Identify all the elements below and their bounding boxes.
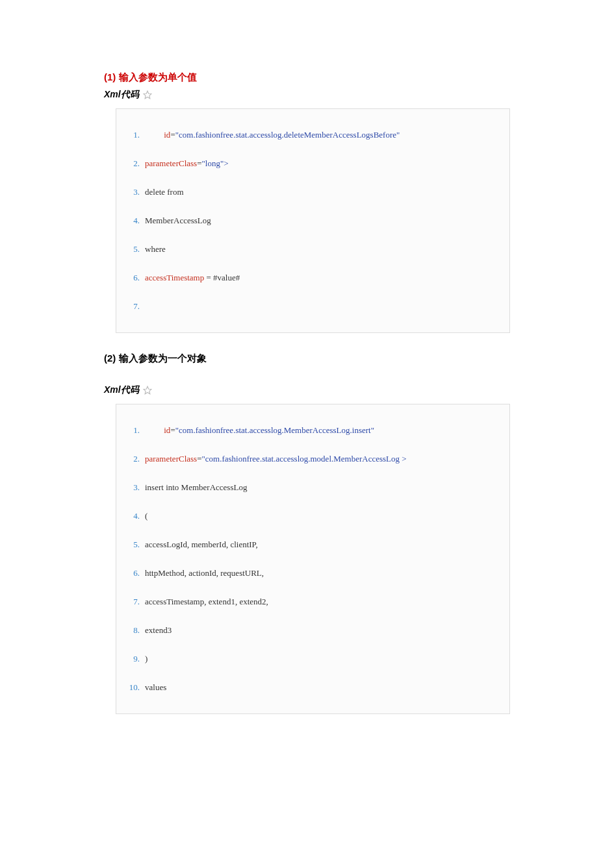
code-content: parameterClass="com.fashionfree.stat.acc…	[140, 453, 407, 465]
star-icon[interactable]	[143, 386, 152, 395]
xml-label-1: Xml代码	[104, 89, 139, 101]
code-token: delete from	[145, 187, 184, 197]
line-number: 2.	[122, 157, 140, 170]
line-number: 3.	[122, 481, 140, 494]
code-token: (	[145, 511, 147, 521]
line-number: 3.	[122, 186, 140, 199]
code-line: 5.accessLogId, memberId, clientIP,	[122, 530, 504, 559]
code-line: 1. id="com.fashionfree.stat.accesslog.Me…	[122, 416, 504, 445]
code-block-2: 1. id="com.fashionfree.stat.accesslog.Me…	[116, 404, 510, 714]
code-line: 10.values	[122, 673, 504, 702]
code-content: accessTimestamp, extend1, extend2,	[140, 595, 268, 608]
code-token: "com.fashionfree.stat.accesslog.model.Me…	[201, 454, 400, 464]
code-line: 3.insert into MemberAccessLog	[122, 473, 504, 502]
code-line: 6.accessTimestamp = #value#	[122, 264, 504, 292]
line-number: 6.	[122, 271, 140, 284]
code-content: httpMethod, actionId, requestURL,	[140, 567, 264, 580]
line-number: 4.	[122, 510, 140, 523]
line-number: 6.	[122, 567, 140, 580]
line-number: 10.	[122, 681, 140, 694]
code-token: parameterClass	[145, 158, 197, 168]
code-line: 7.accessTimestamp, extend1, extend2,	[122, 588, 504, 616]
code-token: = #value#	[204, 273, 240, 282]
svg-marker-0	[144, 91, 151, 99]
code-content: delete from	[140, 186, 184, 199]
code-content: insert into MemberAccessLog	[140, 481, 247, 494]
code-token: =	[170, 425, 175, 435]
code-token	[145, 425, 164, 435]
code-line: 5.where	[122, 235, 504, 264]
code-line: 7.	[122, 292, 504, 321]
xml-label-row-1: Xml代码	[104, 89, 510, 101]
code-token: id	[164, 130, 170, 140]
line-number: 7.	[122, 595, 140, 608]
code-content: accessTimestamp = #value#	[140, 271, 240, 284]
code-token: MemberAccessLog	[145, 216, 211, 225]
code-token: accessLogId, memberId, clientIP,	[145, 539, 258, 549]
code-token: "long"	[201, 158, 224, 168]
code-line: 4.(	[122, 502, 504, 530]
code-content: (	[140, 510, 147, 523]
code-token: "com.fashionfree.stat.accesslog.deleteMe…	[175, 130, 400, 140]
code-token	[145, 130, 164, 140]
code-token: httpMethod, actionId, requestURL,	[145, 568, 264, 578]
code-line: 8.extend3	[122, 616, 504, 645]
code-line: 1. id="com.fashionfree.stat.accesslog.de…	[122, 121, 504, 149]
code-token: =	[170, 130, 175, 140]
line-number: 1.	[122, 129, 140, 142]
code-line: 3.delete from	[122, 178, 504, 206]
code-token: accessTimestamp	[145, 273, 204, 282]
code-content: )	[140, 652, 147, 665]
code-content: parameterClass="long">	[140, 157, 229, 170]
code-token: >	[400, 454, 407, 464]
code-token: )	[145, 654, 147, 663]
code-token: values	[145, 682, 166, 692]
code-content: accessLogId, memberId, clientIP,	[140, 538, 258, 551]
star-icon[interactable]	[143, 90, 152, 99]
code-token: id	[164, 425, 170, 435]
line-number: 2.	[122, 453, 140, 465]
line-number: 5.	[122, 538, 140, 551]
code-token: "com.fashionfree.stat.accesslog.MemberAc…	[175, 425, 374, 435]
code-content: values	[140, 681, 166, 694]
code-token: where	[145, 244, 166, 254]
code-line: 6.httpMethod, actionId, requestURL,	[122, 559, 504, 588]
svg-marker-1	[144, 386, 151, 394]
line-number: 9.	[122, 652, 140, 665]
line-number: 7.	[122, 300, 140, 313]
xml-label-2: Xml代码	[104, 384, 139, 396]
code-token: >	[224, 158, 228, 168]
section-1-title: (1) 输入参数为单个值	[104, 71, 510, 84]
code-content: where	[140, 243, 166, 256]
code-block-1: 1. id="com.fashionfree.stat.accesslog.de…	[116, 108, 510, 333]
code-line: 2.parameterClass="com.fashionfree.stat.a…	[122, 445, 504, 473]
code-line: 4.MemberAccessLog	[122, 206, 504, 235]
line-number: 4.	[122, 214, 140, 227]
code-content: extend3	[140, 624, 172, 637]
code-content: id="com.fashionfree.stat.accesslog.Membe…	[140, 424, 374, 437]
code-token: extend3	[145, 625, 172, 635]
line-number: 5.	[122, 243, 140, 256]
line-number: 8.	[122, 624, 140, 637]
code-token: parameterClass	[145, 454, 197, 464]
code-line: 2.parameterClass="long">	[122, 149, 504, 178]
xml-label-row-2: Xml代码	[104, 384, 510, 396]
code-line: 9.)	[122, 645, 504, 673]
section-2-title: (2) 输入参数为一个对象	[104, 353, 510, 365]
code-content: id="com.fashionfree.stat.accesslog.delet…	[140, 129, 400, 142]
code-content: MemberAccessLog	[140, 214, 211, 227]
code-token: insert into MemberAccessLog	[145, 482, 247, 492]
code-token: accessTimestamp, extend1, extend2,	[145, 597, 268, 606]
line-number: 1.	[122, 424, 140, 437]
